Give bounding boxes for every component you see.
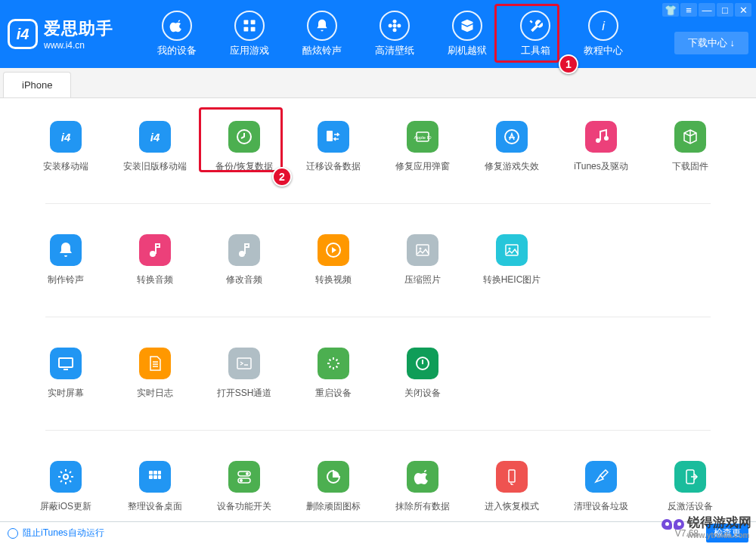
phone-icon bbox=[496, 461, 528, 493]
app-name: 爱思助手 bbox=[44, 17, 113, 40]
loading-icon bbox=[318, 348, 349, 379]
menu-icon[interactable]: ≡ bbox=[680, 3, 697, 17]
tool-note[interactable]: 转换音频 bbox=[112, 234, 198, 286]
appleid-icon bbox=[407, 121, 438, 153]
radio-icon bbox=[8, 528, 18, 539]
tool-appleid[interactable]: 修复应用弹窗 bbox=[380, 121, 466, 173]
window-controls: 👕 ≡ ― □ ✕ bbox=[662, 3, 751, 17]
deact-icon bbox=[674, 461, 706, 493]
astore-icon bbox=[496, 121, 528, 153]
app-logo: i4 爱思助手 www.i4.cn bbox=[8, 17, 147, 51]
play-icon bbox=[318, 234, 349, 266]
shirt-icon[interactable]: 👕 bbox=[662, 3, 679, 17]
callout-1-box bbox=[494, 4, 559, 63]
callout-1: 1 bbox=[559, 54, 578, 74]
tools-panel: 安装移动端安装旧版移动端备份/恢复数据迁移设备数据修复应用弹窗修复游戏失效iTu… bbox=[0, 98, 756, 536]
tool-music[interactable]: iTunes及驱动 bbox=[558, 121, 644, 173]
tool-play[interactable]: 转换视频 bbox=[290, 234, 376, 286]
tool-phone[interactable]: 进入恢复模式 bbox=[469, 461, 555, 513]
watermark-icon bbox=[662, 519, 684, 534]
close-button[interactable]: ✕ bbox=[735, 3, 751, 17]
i4-icon bbox=[139, 121, 171, 153]
doc-icon bbox=[139, 348, 171, 379]
tool-loading[interactable]: 重启设备 bbox=[290, 348, 376, 400]
note-icon bbox=[228, 234, 260, 266]
tool-monitor[interactable]: 实时屏幕 bbox=[23, 348, 109, 400]
box-icon bbox=[452, 11, 482, 41]
image-icon bbox=[407, 234, 438, 266]
broom-icon bbox=[585, 461, 617, 493]
gear-icon bbox=[50, 461, 82, 493]
toggle-icon bbox=[228, 461, 260, 493]
tool-bell[interactable]: 制作铃声 bbox=[23, 234, 109, 286]
image-icon bbox=[496, 234, 528, 266]
tool-cube[interactable]: 下载固件 bbox=[647, 121, 733, 173]
power-icon bbox=[407, 348, 438, 379]
grid-icon bbox=[139, 461, 171, 493]
tool-i4[interactable]: 安装旧版移动端 bbox=[112, 121, 198, 173]
terminal-icon bbox=[228, 348, 260, 379]
watermark: 锐得游戏网 www.ytruida.com bbox=[662, 514, 751, 539]
tool-image[interactable]: 压缩照片 bbox=[380, 234, 466, 286]
tool-pie[interactable]: 删除顽固图标 bbox=[290, 461, 376, 513]
flower-icon bbox=[380, 11, 410, 41]
tool-deact[interactable]: 反激活设备 bbox=[647, 461, 733, 513]
nav-apps-games[interactable]: 应用游戏 bbox=[224, 8, 275, 60]
i4-icon bbox=[50, 121, 82, 153]
tool-doc[interactable]: 实时日志 bbox=[112, 348, 198, 400]
callout-2-box bbox=[199, 107, 283, 172]
tool-i4[interactable]: 安装移动端 bbox=[23, 121, 109, 173]
logo-icon: i4 bbox=[8, 19, 38, 49]
cube-icon bbox=[674, 121, 706, 153]
bell-icon bbox=[307, 11, 337, 41]
tool-terminal[interactable]: 打开SSH通道 bbox=[201, 348, 287, 400]
pie-icon bbox=[318, 461, 349, 493]
callout-2: 2 bbox=[272, 167, 292, 187]
tool-apple[interactable]: 抹除所有数据 bbox=[380, 461, 466, 513]
monitor-icon bbox=[50, 348, 82, 379]
maximize-button[interactable]: □ bbox=[717, 3, 733, 17]
nav-tutorials[interactable]: 教程中心 bbox=[578, 8, 629, 60]
download-center-button[interactable]: 下载中心 ↓ bbox=[674, 32, 748, 54]
tool-gear[interactable]: 屏蔽iOS更新 bbox=[23, 461, 109, 513]
tab-iphone[interactable]: iPhone bbox=[3, 72, 71, 97]
tool-grid[interactable]: 整理设备桌面 bbox=[112, 461, 198, 513]
info-icon bbox=[588, 11, 618, 41]
tool-toggle[interactable]: 设备功能开关 bbox=[201, 461, 287, 513]
apps-icon bbox=[234, 11, 265, 41]
nav-flash-jailbreak[interactable]: 刷机越狱 bbox=[442, 8, 493, 60]
note-icon bbox=[139, 234, 171, 266]
tool-transfer[interactable]: 迁移设备数据 bbox=[290, 121, 376, 173]
music-icon bbox=[585, 121, 617, 153]
tool-broom[interactable]: 清理设备垃圾 bbox=[558, 461, 644, 513]
nav-my-device[interactable]: 我的设备 bbox=[151, 8, 203, 60]
tool-power[interactable]: 关闭设备 bbox=[380, 348, 466, 400]
apple-icon bbox=[162, 11, 192, 41]
tool-note[interactable]: 修改音频 bbox=[201, 234, 287, 286]
minimize-button[interactable]: ― bbox=[699, 3, 715, 17]
tool-image[interactable]: 转换HEIC图片 bbox=[469, 234, 555, 286]
header: i4 爱思助手 www.i4.cn 我的设备 应用游戏 酷炫铃声 高清壁纸 刷机… bbox=[0, 0, 756, 68]
block-itunes-toggle[interactable]: 阻止iTunes自动运行 bbox=[8, 527, 104, 539]
apple-icon bbox=[407, 461, 438, 493]
device-tabs: iPhone bbox=[0, 68, 756, 98]
nav-wallpapers[interactable]: 高清壁纸 bbox=[369, 8, 420, 60]
bell-icon bbox=[50, 234, 82, 266]
status-bar: 阻止iTunes自动运行 V7.68 检查更 bbox=[0, 521, 756, 544]
transfer-icon bbox=[318, 121, 349, 153]
app-url: www.i4.cn bbox=[44, 40, 113, 51]
nav-ringtones[interactable]: 酷炫铃声 bbox=[296, 8, 348, 60]
tool-astore[interactable]: 修复游戏失效 bbox=[469, 121, 555, 173]
